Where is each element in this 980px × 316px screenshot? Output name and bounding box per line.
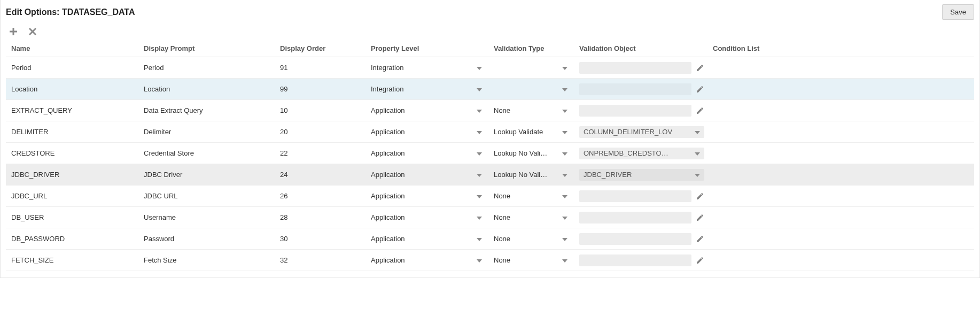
- options-grid: Name Display Prompt Display Order Proper…: [6, 41, 974, 271]
- validation-type-dropdown[interactable]: None: [494, 104, 571, 118]
- edit-icon[interactable]: [696, 85, 704, 94]
- validation-object-field[interactable]: [579, 105, 691, 117]
- validation-type-dropdown[interactable]: None: [494, 232, 571, 246]
- table-row[interactable]: FETCH_SIZEFetch Size32ApplicationNone: [6, 250, 974, 271]
- chevron-down-icon: [475, 85, 482, 93]
- validation-object-dropdown[interactable]: JDBC_DRIVER: [579, 169, 704, 181]
- validation-type-dropdown[interactable]: None: [494, 253, 571, 267]
- edit-icon[interactable]: [696, 106, 704, 115]
- property-level-value: Integration: [371, 64, 475, 72]
- table-row[interactable]: EXTRACT_QUERYData Extract Query10Applica…: [6, 100, 974, 121]
- property-level-dropdown[interactable]: Application: [371, 253, 485, 267]
- validation-object-field[interactable]: [579, 212, 691, 223]
- table-row[interactable]: JDBC_DRIVERJDBC Driver24ApplicationLooku…: [6, 164, 974, 186]
- chevron-down-icon: [560, 106, 567, 114]
- table-row[interactable]: DB_USERUsername28ApplicationNone: [6, 207, 974, 228]
- cell-name: Period: [6, 64, 139, 72]
- delete-icon[interactable]: [28, 27, 37, 36]
- cell-display-prompt: JDBC URL: [139, 192, 276, 200]
- property-level-dropdown[interactable]: Application: [371, 189, 485, 203]
- edit-icon[interactable]: [696, 192, 704, 201]
- validation-object-field[interactable]: [579, 83, 691, 95]
- svg-marker-22: [477, 238, 482, 241]
- validation-type-dropdown[interactable]: [494, 61, 571, 75]
- property-level-value: Application: [371, 213, 475, 221]
- property-level-value: Application: [371, 106, 475, 114]
- property-level-dropdown[interactable]: Integration: [371, 82, 485, 96]
- col-header-order[interactable]: Display Order: [276, 44, 367, 52]
- chevron-down-icon: [560, 256, 567, 264]
- property-level-dropdown[interactable]: Application: [371, 211, 485, 225]
- col-header-name[interactable]: Name: [6, 44, 139, 52]
- add-icon[interactable]: [9, 27, 18, 36]
- chevron-down-icon: [475, 64, 482, 72]
- edit-icon[interactable]: [696, 256, 704, 265]
- validation-object-value: COLUMN_DELIMITER_LOV: [584, 128, 672, 136]
- property-level-dropdown[interactable]: Application: [371, 147, 485, 160]
- validation-object-dropdown[interactable]: COLUMN_DELIMITER_LOV: [579, 126, 704, 138]
- validation-object-field[interactable]: [579, 62, 691, 74]
- cell-display-prompt: Delimiter: [139, 128, 276, 136]
- validation-type-value: None: [494, 235, 560, 243]
- col-header-vobj[interactable]: Validation Object: [575, 44, 709, 52]
- col-header-vtype[interactable]: Validation Type: [489, 44, 575, 52]
- cell-display-order: 22: [276, 149, 367, 157]
- cell-display-order: 99: [276, 85, 367, 93]
- chevron-down-icon: [693, 128, 700, 136]
- chevron-down-icon: [560, 171, 567, 179]
- property-level-value: Application: [371, 256, 475, 264]
- chevron-down-icon: [560, 235, 567, 243]
- svg-marker-8: [562, 110, 567, 113]
- table-row[interactable]: JDBC_URLJDBC URL26ApplicationNone: [6, 186, 974, 207]
- property-level-dropdown[interactable]: Application: [371, 232, 485, 246]
- save-button[interactable]: Save: [942, 4, 974, 20]
- cell-name: DELIMITER: [6, 128, 139, 136]
- table-row[interactable]: DELIMITERDelimiter20ApplicationLookup Va…: [6, 121, 974, 143]
- svg-marker-6: [562, 88, 567, 91]
- svg-marker-24: [477, 259, 482, 263]
- validation-type-dropdown[interactable]: Lookup No Vali…: [494, 168, 571, 182]
- cell-name: DB_USER: [6, 213, 139, 221]
- validation-type-value: Lookup Validate: [494, 128, 560, 136]
- validation-type-dropdown[interactable]: None: [494, 211, 571, 225]
- validation-object-field[interactable]: [579, 190, 691, 202]
- property-level-dropdown[interactable]: Application: [371, 104, 485, 118]
- table-row[interactable]: LocationLocation99Integration: [6, 79, 974, 100]
- col-header-plevel[interactable]: Property Level: [367, 44, 489, 52]
- chevron-down-icon: [693, 171, 700, 179]
- cell-display-prompt: Period: [139, 64, 276, 72]
- validation-object-field[interactable]: [579, 233, 691, 245]
- svg-marker-3: [477, 67, 482, 70]
- validation-type-dropdown[interactable]: None: [494, 189, 571, 203]
- validation-type-value: Lookup No Vali…: [494, 171, 560, 179]
- cell-display-order: 20: [276, 128, 367, 136]
- property-level-dropdown[interactable]: Integration: [371, 61, 485, 75]
- validation-object-field[interactable]: [579, 255, 691, 266]
- chevron-down-icon: [475, 192, 482, 200]
- validation-type-dropdown[interactable]: Lookup Validate: [494, 125, 571, 139]
- edit-icon[interactable]: [696, 64, 704, 72]
- svg-marker-20: [477, 217, 482, 220]
- property-level-value: Integration: [371, 85, 475, 93]
- svg-marker-16: [562, 174, 567, 177]
- cell-name: JDBC_DRIVER: [6, 171, 139, 179]
- col-header-cond[interactable]: Condition List: [709, 44, 805, 52]
- svg-marker-9: [477, 131, 482, 134]
- table-row[interactable]: PeriodPeriod91Integration: [6, 57, 974, 79]
- property-level-dropdown[interactable]: Application: [371, 168, 485, 182]
- svg-marker-14: [695, 152, 700, 156]
- cell-display-order: 28: [276, 213, 367, 221]
- edit-icon[interactable]: [696, 213, 704, 222]
- cell-name: CREDSTORE: [6, 149, 139, 157]
- cell-display-prompt: Location: [139, 85, 276, 93]
- edit-icon[interactable]: [696, 235, 704, 243]
- property-level-dropdown[interactable]: Application: [371, 125, 485, 139]
- validation-type-dropdown[interactable]: Lookup No Vali…: [494, 147, 571, 160]
- cell-display-prompt: Fetch Size: [139, 256, 276, 264]
- validation-type-value: None: [494, 256, 560, 264]
- table-row[interactable]: DB_PASSWORDPassword30ApplicationNone: [6, 228, 974, 250]
- validation-object-dropdown[interactable]: ONPREMDB_CREDSTO…: [579, 148, 704, 159]
- validation-type-dropdown[interactable]: [494, 82, 571, 96]
- table-row[interactable]: CREDSTORECredential Store22ApplicationLo…: [6, 143, 974, 164]
- col-header-prompt[interactable]: Display Prompt: [139, 44, 276, 52]
